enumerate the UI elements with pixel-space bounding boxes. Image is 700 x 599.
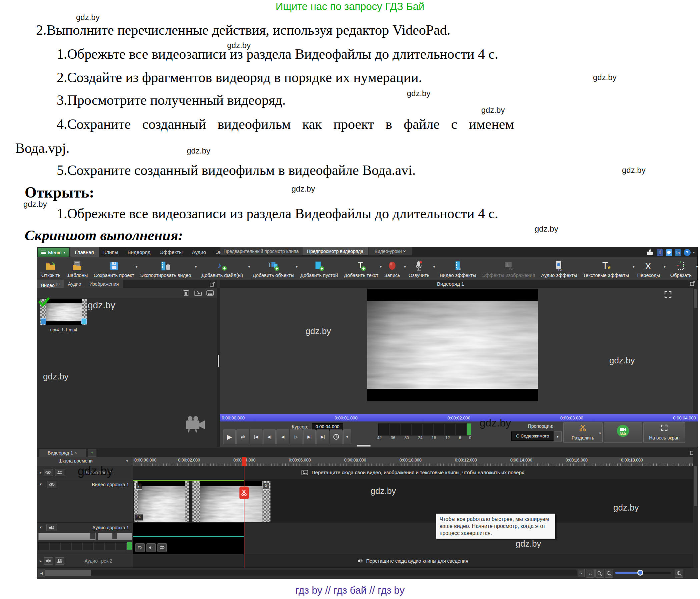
expand-track-icon[interactable]: ▸: [40, 470, 42, 475]
twitter-icon[interactable]: [666, 249, 672, 256]
fade-in-icon[interactable]: /: [135, 483, 142, 489]
bin-tab-images[interactable]: Изображения: [85, 280, 123, 288]
audio-effects-button[interactable]: FX Аудио эффекты: [538, 257, 580, 280]
zoom-in-button[interactable]: [675, 569, 683, 578]
facebook-icon[interactable]: f: [657, 249, 663, 256]
playhead-handle[interactable]: [242, 457, 246, 466]
play-button[interactable]: ▶: [223, 430, 236, 444]
audio-track1-body[interactable]: FX gdz.by: [133, 523, 693, 554]
preview-tab-clip[interactable]: Предварительный просмотр клипа: [220, 247, 302, 255]
preview-tab-tutorials[interactable]: Видео-уроки ×: [369, 247, 412, 255]
loop-button[interactable]: ⇄: [236, 430, 249, 444]
go-to-end-button[interactable]: ▶|: [317, 430, 329, 444]
tab-klipy[interactable]: Клипы: [99, 247, 123, 257]
scrollbar-thumb[interactable]: [694, 289, 697, 308]
playhead-line[interactable]: [244, 457, 245, 568]
chevron-down-icon[interactable]: ▾: [664, 265, 666, 269]
go-to-start-button[interactable]: |◀: [250, 430, 262, 444]
playback-options-button[interactable]: ▾: [343, 430, 351, 444]
step-forward-button[interactable]: ▷: [290, 430, 302, 444]
expand-track-icon[interactable]: ▸: [40, 559, 42, 563]
speaker-icon[interactable]: [46, 524, 57, 531]
people-icon[interactable]: [55, 557, 65, 565]
add-sequence-button[interactable]: +: [88, 450, 96, 457]
detach-preview-icon[interactable]: [690, 281, 695, 287]
tab-videoryad[interactable]: Видеоряд: [123, 247, 155, 257]
open-button[interactable]: Открыть: [39, 257, 64, 280]
crop-button[interactable]: Обрезать ▾: [667, 257, 698, 280]
fit-width-button[interactable]: ↔: [586, 569, 595, 578]
preview-seekbar[interactable]: 0:00:00.000 0:00:01.000 0:00:02.000 0:00…: [220, 414, 698, 422]
scroll-right-button[interactable]: ›: [578, 569, 584, 577]
timeline-ruler[interactable]: 0:00:00.000 0:00:02.000 0:00:04.000 0:00…: [133, 457, 693, 466]
add-text-button[interactable]: T Добавить текст ▾: [341, 257, 381, 280]
crossfade-icon[interactable]: X: [263, 483, 270, 489]
bin-tab-video[interactable]: Видео (1): [37, 280, 64, 288]
scrollbar-thumb[interactable]: [694, 466, 697, 506]
help-icon[interactable]: ?: [684, 249, 691, 256]
export-video-button[interactable]: Экспортировать видео ▾: [137, 257, 196, 280]
eye-icon[interactable]: [44, 469, 53, 476]
fullscreen-icon[interactable]: [664, 291, 672, 299]
delete-button[interactable]: Удалить: [698, 257, 700, 280]
sequence-tab[interactable]: Видеоряд 1 ×: [39, 449, 86, 457]
chevron-down-icon[interactable]: ▾: [126, 459, 128, 463]
people-icon[interactable]: [55, 469, 65, 476]
thumbs-up-icon[interactable]: [646, 248, 654, 257]
audio-link-button[interactable]: [157, 543, 167, 552]
collapse-track-icon[interactable]: ▾: [40, 482, 42, 486]
view-360-button[interactable]: 360: [604, 422, 642, 443]
volume-slider[interactable]: [39, 533, 96, 540]
audio-mute-button[interactable]: [146, 543, 156, 552]
speaker-icon[interactable]: [44, 557, 53, 565]
video-track2-body[interactable]: Перетащите сюда свои видео, изображения …: [133, 466, 693, 479]
tab-audio[interactable]: Аудио: [188, 247, 211, 257]
record-button[interactable]: Запись ▾: [381, 257, 405, 280]
add-files-button[interactable]: ♪ Добавить файл(ы) ▾: [198, 257, 250, 280]
clip-thumbnail[interactable]: upr4_1-1.mp4: [40, 300, 87, 325]
video-effects-button[interactable]: FX Видео эффекты: [436, 257, 479, 280]
h-scrollbar-track[interactable]: [45, 570, 577, 576]
bin-list-view-icon[interactable]: [206, 289, 215, 297]
save-project-button[interactable]: Сохранить проект ▾: [91, 257, 137, 280]
divider-handle[interactable]: [357, 445, 371, 447]
bin-delete-icon[interactable]: [182, 289, 191, 297]
bin-tab-audio[interactable]: Аудио: [64, 280, 86, 288]
bin-add-folder-icon[interactable]: [194, 289, 202, 297]
chevron-down-icon[interactable]: ▾: [433, 265, 435, 269]
voiceover-button[interactable]: Озвучить ▾: [405, 257, 434, 280]
audio-track2-body[interactable]: Перетащите сюда аудио клипы для сведения: [133, 554, 693, 568]
close-icon[interactable]: ×: [74, 450, 77, 456]
next-clip-button[interactable]: ▶|: [303, 430, 316, 444]
proportions-select[interactable]: С Содержимого: [511, 431, 554, 441]
eye-icon[interactable]: [47, 481, 56, 488]
audio-fx-button[interactable]: FX: [135, 543, 145, 552]
pan-slider[interactable]: [98, 533, 132, 540]
timeline-clip[interactable]: / FX: [134, 481, 189, 522]
video-track1-body[interactable]: / FX X gdz.by gdz.by: [133, 479, 693, 523]
slider-thumb[interactable]: [112, 533, 117, 539]
timeline-v-scrollbar[interactable]: [693, 448, 698, 568]
add-blank-button[interactable]: Добавить пустой: [297, 257, 341, 280]
audio-clip[interactable]: FX: [133, 523, 244, 554]
preview-scrollbar[interactable]: [693, 288, 698, 414]
tab-effekty[interactable]: Эффекты: [155, 247, 187, 257]
preview-video[interactable]: [367, 289, 538, 401]
playback-speed-button[interactable]: [330, 430, 343, 444]
step-back-button[interactable]: ◀: [276, 430, 289, 444]
scissors-cursor[interactable]: [240, 486, 249, 499]
h-scrollbar-thumb[interactable]: [45, 570, 91, 576]
linkedin-icon[interactable]: in: [675, 249, 681, 256]
preview-tab-sequence[interactable]: Предпросмотр видеоряда: [302, 247, 368, 255]
text-effects-button[interactable]: T Текстовые эффекты ▾: [580, 257, 634, 280]
previous-clip-button[interactable]: ◀|: [263, 430, 276, 444]
menu-button[interactable]: Меню ▾: [38, 247, 69, 257]
templates-button[interactable]: Шаблоны: [64, 257, 91, 280]
slider-thumb[interactable]: [90, 533, 95, 539]
splitter-handle[interactable]: [218, 355, 219, 367]
chevron-down-icon[interactable]: ▾: [195, 265, 197, 269]
fullscreen-button[interactable]: На весь экран: [643, 422, 685, 443]
timeline-clip[interactable]: X: [193, 481, 271, 522]
chevron-down-icon[interactable]: ▾: [599, 431, 601, 435]
clip-fx-badge[interactable]: FX: [134, 514, 143, 521]
